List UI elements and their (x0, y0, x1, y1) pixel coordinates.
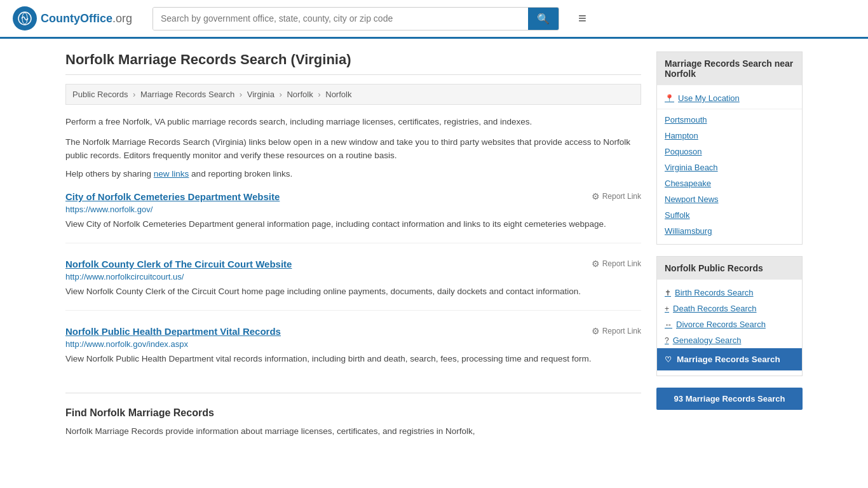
sidebar: Marriage Records Search near Norfolk 📍 U… (656, 51, 803, 438)
public-records-box: Norfolk Public Records ✝ Birth Records S… (656, 256, 803, 376)
marriage-icon: ♡ (665, 355, 672, 364)
sidebar-virginia-beach[interactable]: Virginia Beach (657, 159, 802, 175)
result-url-3[interactable]: http://www.norfolk.gov/index.aspx (65, 339, 641, 349)
sidebar-marriage-records-active[interactable]: ♡ Marriage Records Search (657, 348, 802, 370)
sidebar-divorce-records[interactable]: ↔ Divorce Records Search (657, 316, 802, 332)
report-link-3[interactable]: ⚙ Report Link (592, 326, 641, 336)
marriage-records-count-badge[interactable]: 93 Marriage Records Search (656, 388, 803, 410)
content-area: Norfolk Marriage Records Search (Virgini… (65, 51, 641, 438)
result-title-3[interactable]: Norfolk Public Health Department Vital R… (65, 326, 281, 337)
sidebar-newport-news[interactable]: Newport News (657, 191, 802, 207)
sidebar-suffolk[interactable]: Suffolk (657, 207, 802, 223)
hamburger-menu-icon[interactable]: ≡ (578, 10, 587, 27)
sidebar-chesapeake[interactable]: Chesapeake (657, 175, 802, 191)
sidebar-genealogy[interactable]: ? Genealogy Search (657, 332, 802, 348)
find-section: Find Norfolk Marriage Records Norfolk Ma… (65, 393, 641, 438)
result-desc-3: View Norfolk Public Health Department vi… (65, 353, 641, 366)
divorce-icon: ↔ (665, 320, 672, 329)
search-button[interactable]: 🔍 (528, 8, 559, 30)
description-2: The Norfolk Marriage Records Search (Vir… (65, 135, 641, 163)
result-item: Norfolk Public Health Department Vital R… (65, 326, 641, 377)
result-header: Norfolk County Clerk of The Circuit Cour… (65, 259, 641, 269)
result-desc-2: View Norfolk County Clerk of the Circuit… (65, 285, 641, 299)
result-header: Norfolk Public Health Department Vital R… (65, 326, 641, 337)
search-bar: 🔍 (153, 7, 559, 30)
breadcrumb-marriage-records-search[interactable]: Marriage Records Search (140, 90, 234, 99)
result-url-2[interactable]: http://www.norfolkcircuitcourt.us/ (65, 272, 641, 281)
report-icon-1: ⚙ (592, 191, 600, 201)
find-section-heading: Find Norfolk Marriage Records (65, 403, 641, 419)
page-title: Norfolk Marriage Records Search (Virgini… (65, 51, 641, 75)
location-icon: 📍 (665, 94, 674, 103)
logo-area: CountyOffice.org (13, 6, 140, 30)
report-link-2[interactable]: ⚙ Report Link (592, 259, 641, 269)
search-input[interactable] (153, 8, 528, 30)
sidebar-death-records[interactable]: + Death Records Search (657, 301, 802, 316)
sidebar-williamsburg[interactable]: Williamsburg (657, 223, 802, 239)
result-url-1[interactable]: https://www.norfolk.gov/ (65, 205, 641, 214)
sidebar-birth-records[interactable]: ✝ Birth Records Search (657, 285, 802, 301)
find-section-desc: Norfolk Marriage Records provide informa… (65, 425, 641, 438)
sidebar-use-my-location[interactable]: 📍 Use My Location (657, 90, 802, 106)
nearby-box-content: 📍 Use My Location Portsmouth Hampton Poq… (657, 85, 802, 244)
public-records-box-content: ✝ Birth Records Search + Death Records S… (657, 280, 802, 376)
sidebar-hampton[interactable]: Hampton (657, 128, 802, 144)
result-desc-1: View City of Norfolk Cemeteries Departme… (65, 218, 641, 231)
result-item: Norfolk County Clerk of The Circuit Cour… (65, 259, 641, 311)
logo-icon (13, 6, 37, 30)
breadcrumb: Public Records › Marriage Records Search… (65, 84, 641, 105)
breadcrumb-virginia[interactable]: Virginia (247, 90, 275, 99)
report-link-1[interactable]: ⚙ Report Link (592, 191, 641, 201)
breadcrumb-public-records[interactable]: Public Records (72, 90, 128, 99)
breadcrumb-norfolk-city[interactable]: Norfolk (325, 90, 351, 99)
site-header: CountyOffice.org 🔍 ≡ (0, 0, 868, 39)
results-list: City of Norfolk Cemeteries Department We… (65, 191, 641, 377)
sidebar-portsmouth[interactable]: Portsmouth (657, 112, 802, 128)
help-text: Help others by sharing new links and rep… (65, 169, 641, 179)
nearby-box-title: Marriage Records Search near Norfolk (657, 52, 802, 85)
result-item: City of Norfolk Cemeteries Department We… (65, 191, 641, 243)
genealogy-icon: ? (665, 336, 669, 345)
result-title-1[interactable]: City of Norfolk Cemeteries Department We… (65, 191, 280, 202)
death-icon: + (665, 304, 669, 313)
description-1: Perform a free Norfolk, VA public marria… (65, 115, 641, 129)
report-icon-2: ⚙ (592, 259, 600, 269)
public-records-box-title: Norfolk Public Records (657, 257, 802, 280)
new-links-link[interactable]: new links (154, 169, 189, 179)
nearby-box: Marriage Records Search near Norfolk 📍 U… (656, 51, 803, 245)
report-icon-3: ⚙ (592, 326, 600, 336)
logo-text: CountyOffice.org (41, 12, 132, 25)
breadcrumb-norfolk-county[interactable]: Norfolk (287, 90, 313, 99)
main-container: Norfolk Marriage Records Search (Virgini… (53, 39, 815, 451)
result-header: City of Norfolk Cemeteries Department We… (65, 191, 641, 202)
birth-icon: ✝ (665, 288, 671, 297)
result-title-2[interactable]: Norfolk County Clerk of The Circuit Cour… (65, 259, 292, 269)
sidebar-poquoson[interactable]: Poquoson (657, 144, 802, 159)
